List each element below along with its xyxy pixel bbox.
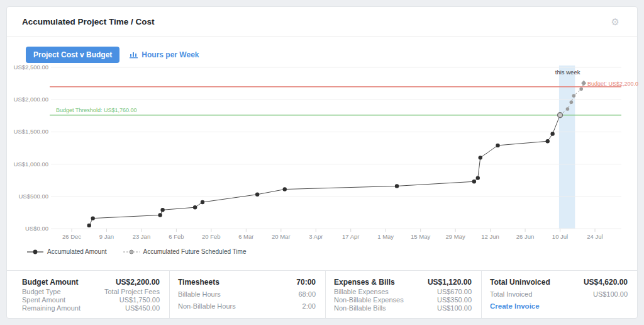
summary-row-value: US$450.00 — [125, 304, 160, 312]
this-week-band — [559, 66, 575, 229]
cost-budget-chart: US$0.00US$500.00US$1,000.00US$1,500.00US… — [7, 60, 638, 249]
data-point — [87, 224, 91, 227]
x-tick-label: 6 Feb — [169, 233, 184, 240]
data-point — [479, 156, 482, 159]
summary-panel-total-uninvoiced: Total UninvoicedUS$4,620.00Total Invoice… — [481, 271, 637, 318]
panel-title: Budget Amount — [22, 278, 79, 287]
data-point — [255, 193, 259, 197]
x-tick-label: 26 Jun — [516, 233, 535, 240]
summary-panel-budget-amount: Budget AmountUS$2,200.00Budget TypeTotal… — [7, 271, 169, 318]
tab-hours-per-week[interactable]: Hours per Week — [130, 50, 199, 59]
summary-row-label: Total Invoiced — [490, 290, 532, 298]
summary-row-label: Non-Billable Hours — [178, 302, 236, 310]
y-axis: US$0.00US$500.00US$1,000.00US$1,500.00US… — [14, 64, 621, 232]
page-title: Accumulated Project Time / Cost — [22, 17, 155, 26]
this-week-label: this week — [555, 69, 580, 76]
panel-title: Total Uninvoiced — [490, 278, 550, 287]
gear-icon[interactable]: ⚙ — [611, 17, 619, 26]
data-point — [158, 213, 162, 217]
summary-row-value: US$100.00 — [437, 304, 472, 312]
data-point — [91, 216, 94, 220]
data-point — [572, 94, 576, 98]
summary-row: Non-Billable BillsUS$100.00 — [334, 304, 472, 312]
y-tick-label: US$1,000.00 — [14, 161, 48, 168]
panel-total-value: US$4,620.00 — [584, 278, 628, 287]
data-point — [566, 107, 570, 111]
data-point — [579, 88, 583, 91]
x-tick-label: 23 Jan — [133, 233, 151, 240]
summary-row: Billable Hours68:00 — [178, 290, 316, 298]
legend-label: Accumulated Future Scheduled Time — [143, 248, 247, 255]
x-tick-label: 1 May — [377, 233, 394, 240]
budget-line-label: Budget: US$2,200.00 — [587, 81, 638, 87]
data-point — [476, 176, 480, 180]
summary-row-label: Non-Billable Bills — [334, 304, 386, 312]
legend-item-future-scheduled[interactable]: Accumulated Future Scheduled Time — [123, 248, 247, 255]
y-tick-label: US$1,500.00 — [14, 128, 48, 135]
data-point — [395, 184, 399, 188]
x-tick-label: 24 Jul — [587, 233, 602, 240]
summary-row-label: Non-Billable Expenses — [334, 296, 404, 304]
panel-total-value: US$2,200.00 — [116, 278, 160, 287]
panel-rows: Total InvoicedUS$100.00Create Invoice — [490, 288, 628, 312]
summary-panel-timesheets: Timesheets70:00Billable Hours68:00Non-Bi… — [169, 271, 325, 318]
create-invoice-link[interactable]: Create Invoice — [490, 302, 628, 310]
summary-row: Remaining AmountUS$450.00 — [22, 304, 160, 312]
panel-rows: Billable ExpensesUS$670.00Non-Billable E… — [334, 288, 472, 312]
summary-row-label: Billable Expenses — [334, 288, 389, 295]
accumulated-project-card: Accumulated Project Time / Cost ⚙ Projec… — [6, 6, 638, 319]
summary-row-label: Billable Hours — [178, 290, 221, 298]
chart-legend: Accumulated Amount Accumulated Future Sc… — [27, 248, 246, 255]
summary-section: Budget AmountUS$2,200.00Budget TypeTotal… — [7, 270, 637, 318]
data-point — [546, 139, 550, 143]
summary-row-label: Remaining Amount — [22, 304, 80, 312]
y-tick-label: US$500.00 — [18, 193, 48, 200]
data-point — [472, 180, 476, 183]
summary-row: Total InvoicedUS$100.00 — [490, 290, 628, 298]
diamond-end-point — [581, 81, 586, 86]
data-point — [201, 200, 204, 204]
summary-row: Non-Billable Hours2:00 — [178, 302, 316, 310]
summary-row-value: 2:00 — [303, 302, 316, 310]
summary-panel-expenses-bills: Expenses & BillsUS$1,120.00Billable Expe… — [325, 271, 481, 318]
legend-label: Accumulated Amount — [47, 248, 107, 255]
budget-threshold-label: Budget Threshold: US$1,760.00 — [56, 107, 136, 113]
panel-header: Total UninvoicedUS$4,620.00 — [490, 278, 628, 287]
tab-hours-per-week-label: Hours per Week — [142, 50, 199, 59]
panel-header: Timesheets70:00 — [178, 278, 316, 287]
x-tick-label: 12 Jun — [481, 233, 499, 240]
y-tick-label: US$2,500.00 — [14, 64, 48, 71]
summary-row-label: Budget Type — [22, 288, 61, 295]
data-point — [283, 187, 287, 191]
x-tick-label: 17 Apr — [342, 233, 359, 240]
card-header: Accumulated Project Time / Cost ⚙ — [7, 7, 637, 37]
panel-header: Expenses & BillsUS$1,120.00 — [334, 278, 472, 287]
x-tick-label: 3 Apr — [309, 233, 323, 240]
x-tick-label: 15 May — [411, 233, 430, 240]
panel-header: Budget AmountUS$2,200.00 — [22, 278, 160, 287]
summary-row: Billable ExpensesUS$670.00 — [334, 288, 472, 295]
x-tick-label: 9 Jan — [99, 233, 114, 240]
summary-row: Spent AmountUS$1,750.00 — [22, 296, 160, 304]
summary-row-value: 68:00 — [298, 290, 316, 298]
chart-area: US$0.00US$500.00US$1,000.00US$1,500.00US… — [7, 60, 638, 249]
x-tick-label: 10 Jul — [552, 233, 568, 240]
panel-rows: Billable Hours68:00Non-Billable Hours2:0… — [178, 288, 316, 312]
y-tick-label: US$0.00 — [25, 225, 48, 232]
y-tick-label: US$2,000.00 — [14, 96, 48, 103]
summary-row: Non-Billable ExpensesUS$350.00 — [334, 296, 472, 304]
x-axis: 26 Dec9 Jan23 Jan6 Feb20 Feb6 Mar20 Mar3… — [62, 229, 603, 240]
summary-row-value: US$350.00 — [437, 296, 472, 304]
x-tick-label: 29 May — [446, 233, 465, 240]
data-point — [570, 100, 574, 104]
data-point — [550, 132, 554, 135]
legend-item-accumulated-amount[interactable]: Accumulated Amount — [27, 248, 107, 255]
panel-title: Timesheets — [178, 278, 219, 287]
dashed-line-marker-icon — [123, 249, 140, 255]
data-point — [193, 205, 197, 209]
summary-row-value: Total Project Fees — [104, 288, 160, 295]
panel-total-value: 70:00 — [296, 278, 316, 287]
panel-rows: Budget TypeTotal Project FeesSpent Amoun… — [22, 288, 160, 312]
transition-point — [558, 113, 563, 118]
x-tick-label: 6 Mar — [238, 233, 253, 240]
